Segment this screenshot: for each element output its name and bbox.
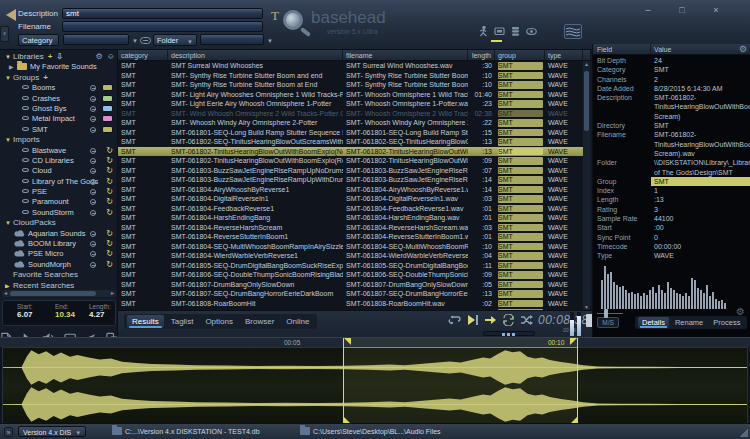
column-header-group[interactable]: group (495, 50, 545, 60)
remove-icon[interactable] (90, 106, 96, 112)
details-row[interactable]: Folder \\DISKSTATION\Library\_Library of… (593, 158, 750, 177)
table-row[interactable]: SMT SMT-061808-RoarBoomHit SMT-061808-Ro… (118, 299, 583, 309)
eye-icon[interactable] (22, 127, 29, 131)
remove-icon[interactable] (90, 148, 96, 154)
scroll-left-icon[interactable]: ◂ (4, 290, 7, 297)
remove-icon[interactable] (90, 231, 96, 237)
group-color-swatch[interactable] (102, 84, 113, 91)
refresh-icon[interactable]: ↻ (106, 166, 113, 175)
sidebar-item-cloudpack[interactable]: PSE Micro ↻ (0, 249, 118, 259)
category-chevron-icon[interactable]: ▼ (132, 38, 138, 44)
group-color-swatch[interactable] (102, 126, 113, 133)
table-row[interactable]: SMT SMT-061803-BuzzSawJetEngineRiseRampU… (118, 166, 583, 176)
folder-value-input[interactable] (200, 34, 264, 45)
details-row[interactable]: Date Added 8/28/2015 6:14:30 AM (593, 84, 750, 93)
resize-grip[interactable] (740, 429, 748, 437)
waveform-selection[interactable] (343, 338, 578, 424)
eye-icon[interactable] (22, 96, 29, 100)
view-tab[interactable]: Online (281, 315, 314, 328)
eye-icon[interactable] (526, 26, 537, 37)
column-header-description[interactable]: description (168, 50, 343, 60)
details-row[interactable]: Rating 3 (593, 205, 750, 214)
selection-start-flag[interactable] (344, 338, 351, 345)
table-row[interactable]: SMT SMT-061804-ReverseHarshScream SMT-06… (118, 223, 583, 233)
sidebar-item-import[interactable]: Paramount ↻ (0, 197, 118, 207)
table-row[interactable]: SMT SMT- Wind Whoosh Omnisphere 2 Wild T… (118, 109, 583, 119)
sidebar-item-group[interactable]: Booms (0, 83, 118, 93)
expand-arrow-icon[interactable]: ▼ (5, 218, 13, 228)
details-row[interactable]: Start :00 (593, 223, 750, 232)
sidebar-item-import[interactable]: Library of The Gods ↻ (0, 177, 118, 187)
table-row[interactable]: SMT SMT- Synthy Rise Turbine Stutter Boo… (118, 80, 583, 90)
text-tool-button[interactable]: T (271, 8, 279, 24)
eye-icon[interactable] (22, 116, 29, 120)
sidebar-item-group[interactable]: SMT (0, 125, 118, 135)
table-row[interactable]: SMT SMT-061804-HarshEndingBang SMT-06180… (118, 213, 583, 223)
column-header-category[interactable]: category (118, 50, 168, 60)
running-man-icon[interactable] (478, 26, 489, 37)
column-header-filename[interactable]: filename (343, 50, 468, 60)
details-row[interactable]: Sync Point 0 (593, 233, 750, 242)
refresh-icon[interactable]: ↻ (106, 208, 113, 217)
scrollbar-thumb[interactable] (10, 291, 96, 296)
table-row[interactable]: SMT SMT- Light Eerie Airy Whoosh Omnisph… (118, 99, 583, 109)
details-row[interactable]: Bit Depth 24 (593, 56, 750, 65)
scrollbar-thumb[interactable] (584, 71, 589, 131)
table-row[interactable]: SMT SMT-061804-ReverseStutterInBoom1 SMT… (118, 232, 583, 242)
sidebar-item-cloudpack[interactable]: Aquarian Sounds ↻ (0, 229, 118, 239)
folder-chevron-icon[interactable]: ▼ (267, 38, 273, 44)
table-row[interactable]: SMT SMT Surreal Wind Whooshes SMT Surrea… (118, 61, 583, 71)
gear-icon[interactable]: ⚙ (736, 306, 745, 317)
eye-icon[interactable] (22, 189, 29, 193)
details-row[interactable]: Group SMT (593, 177, 750, 186)
filename-search-input[interactable] (62, 21, 263, 32)
remove-icon[interactable] (90, 241, 96, 247)
close-button[interactable]: × (710, 5, 722, 15)
value-column-header[interactable]: Value (651, 44, 750, 54)
details-tab[interactable]: Process (709, 317, 744, 328)
column-header-length[interactable]: length (468, 50, 495, 60)
loop-icon[interactable] (448, 314, 461, 326)
table-row[interactable]: SMT SMT-061803-BuzzSawJetEngineRiseRampU… (118, 175, 583, 185)
link-fields-icon[interactable] (140, 37, 151, 44)
sidebar-horizontal-scrollbar[interactable]: ◂ ▸ (2, 290, 116, 297)
group-color-swatch[interactable] (102, 105, 113, 112)
view-tab[interactable]: Taglist (166, 315, 199, 328)
eye-icon[interactable] (22, 168, 29, 172)
column-header-type[interactable]: type (545, 50, 583, 60)
remove-icon[interactable] (90, 96, 96, 102)
group-color-swatch[interactable] (102, 95, 113, 102)
table-row[interactable]: SMT SMT-061804-FeedbackReverse1 SMT-0618… (118, 204, 583, 214)
play-icon[interactable] (466, 314, 479, 326)
details-row[interactable]: Directory SMT (593, 121, 750, 130)
sidebar-item-import[interactable]: CD Libraries ↻ (0, 156, 118, 166)
view-tab[interactable]: Options (200, 315, 238, 328)
volume-slider[interactable] (597, 309, 623, 319)
details-row[interactable]: Filename SMT-061802-TinitusHearingBlowOu… (593, 130, 750, 158)
sidebar-item-import[interactable]: Blastwave ↻ (0, 146, 118, 156)
view-tab[interactable]: Browser (240, 315, 279, 328)
group-color-swatch[interactable] (102, 115, 113, 122)
table-row[interactable]: SMT SMT-061805-SEQ-DrumDigitalBangBoomSu… (118, 261, 583, 271)
eye-icon[interactable] (22, 199, 29, 203)
eye-icon[interactable] (22, 158, 29, 162)
sidebar-item-cloudpack[interactable]: BOOM Library ↻ (0, 239, 118, 249)
remove-icon[interactable] (90, 127, 96, 133)
pin-icon[interactable]: ⎉ (108, 53, 114, 61)
eye-icon[interactable] (22, 179, 29, 183)
remove-icon[interactable] (90, 116, 96, 122)
table-vertical-scrollbar[interactable]: ▲ ▼ (583, 61, 590, 310)
eye-icon[interactable] (22, 210, 29, 214)
eye-icon[interactable] (22, 106, 29, 110)
sidebar-item-import[interactable]: SoundStorm ↻ (0, 208, 118, 218)
remove-icon[interactable] (90, 251, 96, 257)
remove-icon[interactable] (90, 262, 96, 268)
table-row[interactable]: SMT SMT-061807-SEQ-DrumBangHorrorEerieDa… (118, 289, 583, 299)
remove-icon[interactable] (90, 199, 96, 205)
sidebar-item-favorite-sounds[interactable]: ▶My Favorite Sounds (0, 62, 118, 72)
collapsed-arrow-icon[interactable]: ▶ (9, 62, 17, 72)
details-row[interactable]: Channels 2 (593, 75, 750, 84)
table-row[interactable]: SMT SMT- Light Airy Whooshes Omnisphere … (118, 90, 583, 100)
gear-icon[interactable]: ⚙ (739, 44, 747, 55)
import-library-icon[interactable]: ⇩ (56, 52, 63, 61)
